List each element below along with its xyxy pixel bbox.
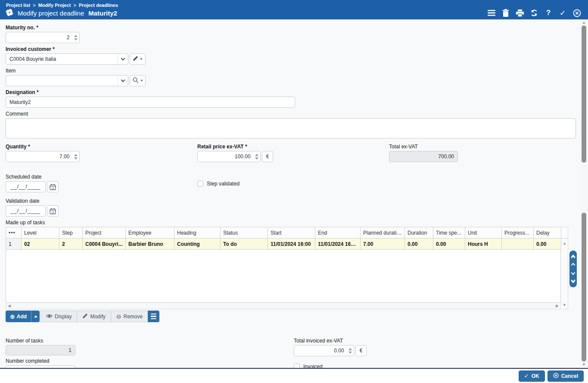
col-header-duration[interactable]: Duration — [405, 227, 433, 239]
move-bottom-icon[interactable] — [572, 279, 575, 283]
scroll-right-icon[interactable]: ▶ — [556, 303, 559, 309]
grid-horizontal-scrollbar[interactable]: ◀ ▶ — [6, 303, 561, 309]
cell-time-spent[interactable]: 0.00 — [433, 239, 465, 250]
menu-icon[interactable] — [487, 9, 496, 17]
chevron-down-icon[interactable] — [118, 54, 128, 64]
col-header-start[interactable]: Start — [268, 227, 315, 239]
invoiced-customer-value[interactable] — [6, 54, 118, 64]
chevron-down-icon[interactable] — [118, 75, 128, 86]
item-select[interactable] — [6, 75, 128, 86]
cell-status[interactable]: To do — [221, 239, 268, 250]
scroll-down-icon[interactable]: ▼ — [582, 362, 586, 367]
calendar-icon[interactable]: 15 — [47, 205, 59, 217]
col-header-unit[interactable]: Unit — [465, 227, 502, 239]
total-invoiced-field[interactable] — [294, 345, 354, 356]
quantity-input[interactable] — [6, 151, 73, 162]
cell-duration[interactable]: 0.00 — [405, 239, 433, 250]
breadcrumb-project-list[interactable]: Project list — [6, 3, 30, 8]
remove-button[interactable]: ⊖ Remove — [111, 311, 148, 322]
quantity-field[interactable] — [6, 151, 80, 162]
col-header-planned-duration[interactable]: Planned duratio... — [361, 227, 405, 239]
scroll-down-icon[interactable]: ▼ — [563, 302, 566, 308]
cell-step[interactable]: 2 — [59, 239, 83, 250]
retail-price-spinner[interactable] — [254, 151, 260, 162]
item-value[interactable] — [6, 75, 118, 86]
designation-field[interactable] — [6, 97, 295, 108]
edit-customer-button[interactable] — [130, 53, 146, 65]
cell-end[interactable]: 11/01/2024 16:00 — [315, 239, 361, 250]
grid-vertical-scrollbar[interactable]: ▲ ▼ — [561, 227, 568, 309]
col-header-level[interactable]: Level — [22, 227, 59, 239]
col-header-progress[interactable]: Progress... — [502, 227, 534, 239]
scroll-left-icon[interactable]: ◀ — [8, 303, 11, 309]
scrollbar-thumb[interactable] — [582, 213, 586, 361]
close-icon[interactable] — [572, 9, 581, 17]
search-item-button[interactable] — [130, 75, 146, 86]
col-header-employee[interactable]: Employee — [126, 227, 174, 239]
cell-planned-duration[interactable]: 7.00 — [361, 239, 405, 250]
currency-euro-button[interactable]: € — [355, 345, 367, 356]
scrollbar-thumb[interactable] — [582, 25, 586, 163]
checkbox-icon[interactable] — [197, 181, 203, 187]
invoiced-customer-select[interactable] — [6, 53, 128, 65]
page-scrollbar[interactable]: ▲ ▼ — [580, 19, 588, 367]
cell-start[interactable]: 11/01/2024 16:00 — [268, 239, 315, 250]
scroll-up-icon[interactable]: ▲ — [582, 20, 586, 25]
printer-icon[interactable] — [516, 9, 524, 17]
cancel-button[interactable]: Cancel — [548, 370, 584, 382]
cell-project[interactable]: C0004 Bouyri... — [83, 239, 126, 250]
move-top-icon[interactable] — [572, 255, 575, 259]
col-header-step[interactable]: Step — [59, 227, 83, 239]
cell-progress[interactable] — [502, 239, 534, 250]
display-button[interactable]: Display — [40, 311, 77, 322]
validate-icon[interactable]: ✓ — [558, 9, 567, 17]
retail-price-input[interactable] — [198, 151, 254, 162]
grid-options-button[interactable]: ••• — [6, 227, 22, 239]
modify-button[interactable]: Modify — [77, 311, 111, 322]
move-down-icon[interactable] — [571, 270, 576, 275]
breadcrumb-modify-project[interactable]: Modify Project — [38, 3, 71, 8]
col-header-status[interactable]: Status — [221, 227, 268, 239]
step-validated-checkbox[interactable]: Step validated — [197, 181, 240, 187]
spin-up-icon[interactable] — [74, 35, 78, 37]
designation-input[interactable] — [6, 97, 295, 107]
move-up-icon[interactable] — [571, 263, 576, 267]
retail-price-field[interactable] — [197, 151, 261, 162]
validation-date-input[interactable] — [6, 206, 45, 216]
scroll-up-icon[interactable]: ▲ — [563, 240, 566, 246]
cell-heading[interactable]: Counting — [174, 239, 221, 250]
cell-delay[interactable]: 0.00 — [534, 239, 561, 250]
help-icon[interactable]: ? — [544, 9, 553, 17]
row-number[interactable]: 1 — [6, 239, 22, 250]
ok-button[interactable]: ✓ OK — [519, 370, 545, 382]
comment-textarea[interactable] — [6, 118, 576, 138]
validation-date-field[interactable] — [6, 205, 46, 217]
total-invoiced-input[interactable] — [294, 345, 348, 356]
table-row[interactable]: 1 02 2 C0004 Bouyri... Barbier Bruno Cou… — [6, 239, 561, 250]
checkbox-icon[interactable] — [294, 364, 300, 368]
col-header-delay[interactable]: Delay — [534, 227, 561, 239]
cell-unit[interactable]: Hours H — [465, 239, 502, 250]
scheduled-date-input[interactable] — [6, 182, 45, 192]
maturity-no-spinner[interactable] — [73, 32, 79, 43]
scheduled-date-field[interactable] — [6, 181, 46, 192]
invoiced-checkbox[interactable]: Invoiced — [294, 364, 323, 368]
trash-icon[interactable] — [501, 9, 510, 17]
cell-level[interactable]: 02 — [22, 239, 59, 250]
currency-euro-button[interactable]: € — [262, 151, 273, 162]
col-header-heading[interactable]: Heading — [174, 227, 221, 239]
refresh-icon[interactable] — [530, 9, 538, 17]
quantity-spinner[interactable] — [73, 151, 79, 162]
spin-down-icon[interactable] — [74, 38, 78, 41]
add-dropdown-toggle[interactable] — [31, 311, 40, 322]
maturity-no-input[interactable] — [6, 32, 73, 43]
maturity-no-field[interactable] — [6, 32, 80, 43]
add-button[interactable]: ⊕Add — [6, 311, 40, 322]
calendar-icon[interactable]: 15 — [47, 181, 59, 192]
col-header-end[interactable]: End — [315, 227, 361, 239]
col-header-project[interactable]: Project — [83, 227, 126, 239]
breadcrumb-project-deadlines[interactable]: Project deadlines — [79, 3, 118, 8]
col-header-time-spent[interactable]: Time spe... — [433, 227, 465, 239]
grid-menu-button[interactable] — [148, 311, 159, 322]
cell-employee[interactable]: Barbier Bruno — [126, 239, 174, 250]
